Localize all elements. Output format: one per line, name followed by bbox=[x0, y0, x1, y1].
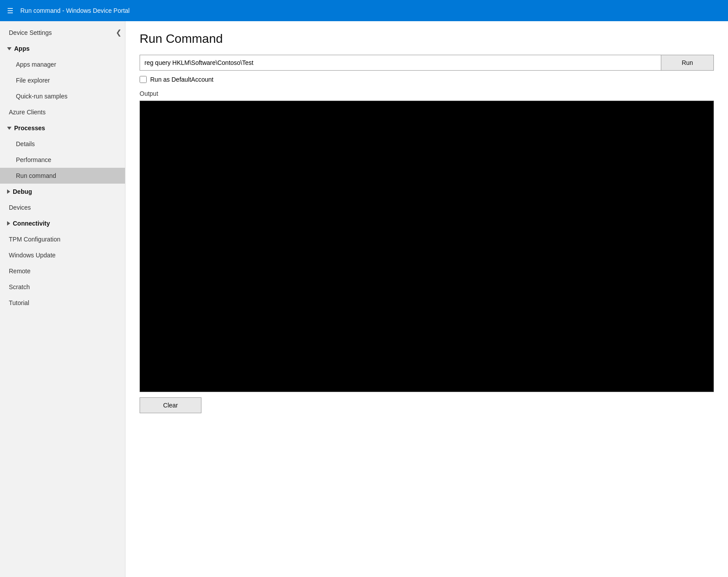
sidebar-item-apps[interactable]: Apps bbox=[0, 41, 125, 57]
sidebar-item-label: Processes bbox=[14, 124, 45, 132]
run-as-default-account-checkbox[interactable] bbox=[140, 76, 147, 83]
sidebar-item-scratch[interactable]: Scratch bbox=[0, 279, 125, 295]
sidebar-item-apps-manager[interactable]: Apps manager bbox=[0, 57, 125, 72]
hamburger-icon[interactable]: ☰ bbox=[7, 7, 13, 15]
sidebar-item-label: File explorer bbox=[16, 77, 50, 84]
checkbox-row: Run as DefaultAccount bbox=[140, 76, 714, 83]
sidebar-item-details[interactable]: Details bbox=[0, 136, 125, 152]
checkbox-label: Run as DefaultAccount bbox=[150, 76, 213, 83]
sidebar-item-label: Device Settings bbox=[9, 29, 52, 36]
sidebar-item-label: Apps bbox=[14, 45, 30, 52]
sidebar-item-azure-clients[interactable]: Azure Clients bbox=[0, 104, 125, 120]
sidebar-collapse-button[interactable]: ❮ bbox=[112, 26, 125, 38]
app-body: ❮ Device Settings Apps Apps manager File… bbox=[0, 21, 728, 577]
sidebar-item-label: TPM Configuration bbox=[9, 236, 61, 243]
sidebar-item-device-settings[interactable]: Device Settings bbox=[0, 21, 125, 41]
triangle-right-icon bbox=[7, 189, 10, 194]
triangle-right-icon bbox=[7, 221, 10, 226]
command-row: Run bbox=[140, 55, 714, 71]
sidebar-item-label: Windows Update bbox=[9, 252, 56, 259]
sidebar-item-label: Tutorial bbox=[9, 299, 29, 306]
sidebar: ❮ Device Settings Apps Apps manager File… bbox=[0, 21, 125, 577]
output-label: Output bbox=[140, 90, 714, 97]
sidebar-item-processes[interactable]: Processes bbox=[0, 120, 125, 136]
main-content: Run Command Run Run as DefaultAccount Ou… bbox=[125, 21, 728, 577]
sidebar-item-label: Connectivity bbox=[13, 220, 50, 227]
page-title: Run Command bbox=[140, 32, 714, 46]
run-button[interactable]: Run bbox=[661, 55, 714, 71]
sidebar-item-label: Debug bbox=[13, 188, 32, 195]
sidebar-item-label: Apps manager bbox=[16, 61, 56, 68]
sidebar-item-label: Remote bbox=[9, 268, 30, 275]
sidebar-item-file-explorer[interactable]: File explorer bbox=[0, 72, 125, 88]
titlebar: ☰ Run command - Windows Device Portal bbox=[0, 0, 728, 21]
sidebar-item-tutorial[interactable]: Tutorial bbox=[0, 295, 125, 311]
sidebar-item-debug[interactable]: Debug bbox=[0, 184, 125, 200]
sidebar-item-label: Devices bbox=[9, 204, 31, 211]
sidebar-item-label: Details bbox=[16, 140, 35, 147]
titlebar-title: Run command - Windows Device Portal bbox=[20, 7, 129, 14]
sidebar-item-connectivity[interactable]: Connectivity bbox=[0, 215, 125, 231]
clear-button[interactable]: Clear bbox=[140, 397, 201, 413]
sidebar-item-label: Run command bbox=[16, 172, 56, 179]
sidebar-item-label: Quick-run samples bbox=[16, 93, 68, 100]
sidebar-item-label: Azure Clients bbox=[9, 109, 46, 116]
sidebar-item-tpm-configuration[interactable]: TPM Configuration bbox=[0, 231, 125, 247]
triangle-down-icon bbox=[7, 47, 11, 50]
sidebar-item-remote[interactable]: Remote bbox=[0, 263, 125, 279]
triangle-down-icon bbox=[7, 127, 11, 130]
sidebar-item-label: Performance bbox=[16, 156, 51, 163]
sidebar-item-windows-update[interactable]: Windows Update bbox=[0, 247, 125, 263]
sidebar-item-performance[interactable]: Performance bbox=[0, 152, 125, 168]
output-area bbox=[140, 101, 714, 392]
sidebar-item-devices[interactable]: Devices bbox=[0, 200, 125, 215]
sidebar-item-label: Scratch bbox=[9, 283, 30, 290]
command-input[interactable] bbox=[140, 55, 661, 71]
sidebar-item-quick-run-samples[interactable]: Quick-run samples bbox=[0, 88, 125, 104]
sidebar-item-run-command[interactable]: Run command bbox=[0, 168, 125, 184]
